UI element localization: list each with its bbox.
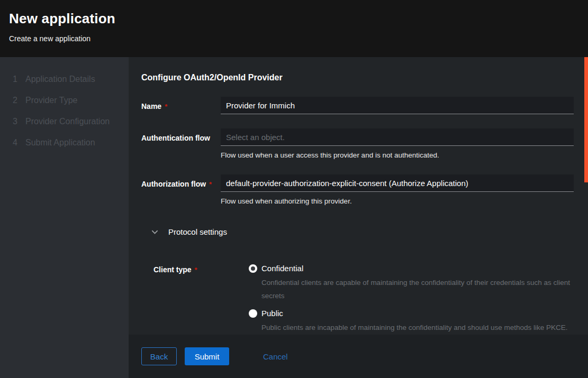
- step-number: 4: [13, 138, 25, 147]
- wizard-header: New application Create a new application: [0, 0, 588, 57]
- public-description: Public clients are incapable of maintain…: [261, 321, 571, 334]
- confidential-radio-row[interactable]: Confidential: [249, 264, 574, 273]
- step-label: Provider Configuration: [25, 117, 110, 126]
- step-label: Provider Type: [25, 96, 77, 105]
- name-input[interactable]: [221, 97, 574, 114]
- authentication-flow-help: Flow used when a user access this provid…: [221, 151, 574, 160]
- required-asterisk: *: [209, 180, 212, 188]
- form-heading: Configure OAuth2/OpenId Provider: [141, 73, 574, 82]
- step-provider-type[interactable]: 2 Provider Type: [0, 90, 129, 111]
- chevron-down-icon: [151, 228, 159, 236]
- step-submit-application[interactable]: 4 Submit Application: [0, 132, 129, 153]
- authentication-flow-label: Authentication flow: [141, 134, 210, 142]
- confidential-radio-label: Confidential: [261, 264, 303, 273]
- step-label: Submit Application: [25, 138, 95, 147]
- protocol-settings-label: Protocol settings: [168, 227, 227, 236]
- wizard-footer: Back Submit Cancel: [129, 335, 588, 378]
- client-type-option-public: Public Public clients are incapable of m…: [249, 309, 574, 334]
- name-field-row: Name*: [141, 97, 574, 114]
- client-type-option-confidential: Confidential Confidential clients are ca…: [249, 264, 574, 302]
- radio-selected-icon[interactable]: [249, 264, 257, 273]
- scrollbar-thumb[interactable]: [584, 57, 588, 182]
- radio-unselected-icon[interactable]: [249, 309, 257, 318]
- step-application-details[interactable]: 1 Application Details: [0, 69, 129, 90]
- step-provider-configuration[interactable]: 3 Provider Configuration: [0, 111, 129, 132]
- public-radio-label: Public: [261, 309, 283, 318]
- new-application-wizard: New application Create a new application…: [0, 0, 588, 378]
- step-number: 2: [13, 96, 25, 105]
- page-subtitle: Create a new application: [9, 34, 588, 43]
- authentication-flow-select[interactable]: [221, 128, 574, 146]
- wizard-steps-sidebar: 1 Application Details 2 Provider Type 3 …: [0, 57, 129, 378]
- authorization-flow-label: Authorization flow: [141, 180, 206, 188]
- public-radio-row[interactable]: Public: [249, 309, 574, 318]
- name-label: Name: [141, 102, 161, 110]
- page-title: New application: [9, 11, 588, 27]
- required-asterisk: *: [195, 266, 197, 274]
- form-scroll-area[interactable]: Configure OAuth2/OpenId Provider Name* A…: [129, 57, 588, 335]
- back-button[interactable]: Back: [141, 347, 177, 365]
- authentication-flow-row: Authentication flow Flow used when a use…: [141, 128, 574, 160]
- step-label: Application Details: [25, 75, 95, 84]
- client-type-row: Client type* Confidential Confidential c…: [153, 264, 574, 335]
- step-number: 3: [13, 117, 25, 126]
- wizard-content: Configure OAuth2/OpenId Provider Name* A…: [129, 57, 588, 378]
- scrollbar-track[interactable]: [584, 57, 588, 378]
- authorization-flow-row: Authorization flow* Flow used when autho…: [141, 174, 574, 206]
- required-asterisk: *: [165, 103, 167, 110]
- cancel-link[interactable]: Cancel: [263, 352, 288, 361]
- authorization-flow-help: Flow used when authorizing this provider…: [221, 197, 574, 206]
- client-type-label: Client type: [153, 265, 192, 274]
- step-number: 1: [13, 75, 25, 84]
- confidential-description: Confidential clients are capable of main…: [261, 276, 571, 302]
- authorization-flow-select[interactable]: [221, 174, 574, 192]
- submit-button[interactable]: Submit: [185, 347, 229, 365]
- protocol-settings-expander[interactable]: Protocol settings: [151, 227, 574, 236]
